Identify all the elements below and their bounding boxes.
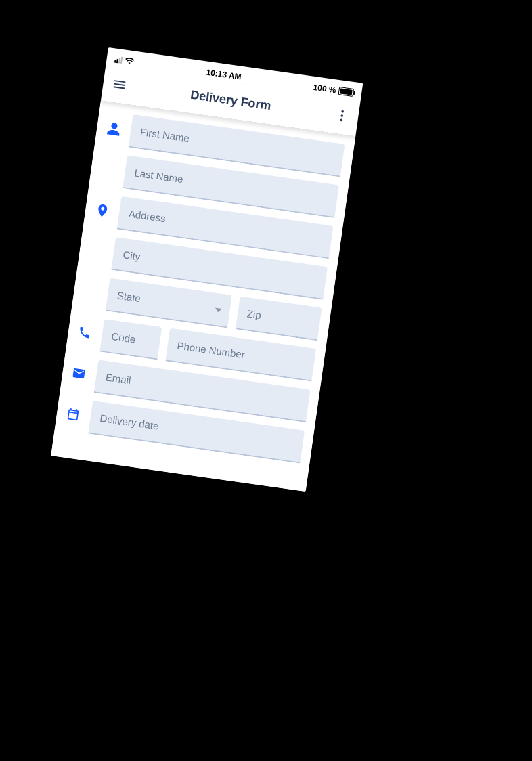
battery-icon [338,87,354,97]
zip-input[interactable] [236,297,322,341]
form-body [51,100,355,492]
wifi-icon [125,56,135,67]
battery-percent: 100 % [313,83,337,95]
section-address [81,193,333,341]
calendar-icon [64,397,85,433]
svg-point-1 [340,114,343,117]
cellular-signal-icon [114,56,123,64]
email-icon [70,356,91,391]
phone-frame: 10:13 AM 100 % Delivery Form [51,47,363,492]
state-select[interactable] [106,278,232,328]
svg-point-2 [340,118,342,121]
svg-point-0 [341,110,344,113]
hamburger-menu-icon[interactable] [110,75,129,93]
phone-code-input[interactable] [99,319,162,360]
more-vert-icon[interactable] [333,106,351,125]
state-select-value[interactable] [106,278,232,328]
person-icon [99,111,125,187]
page-title: Delivery Form [190,87,272,113]
phone-icon [76,316,97,351]
